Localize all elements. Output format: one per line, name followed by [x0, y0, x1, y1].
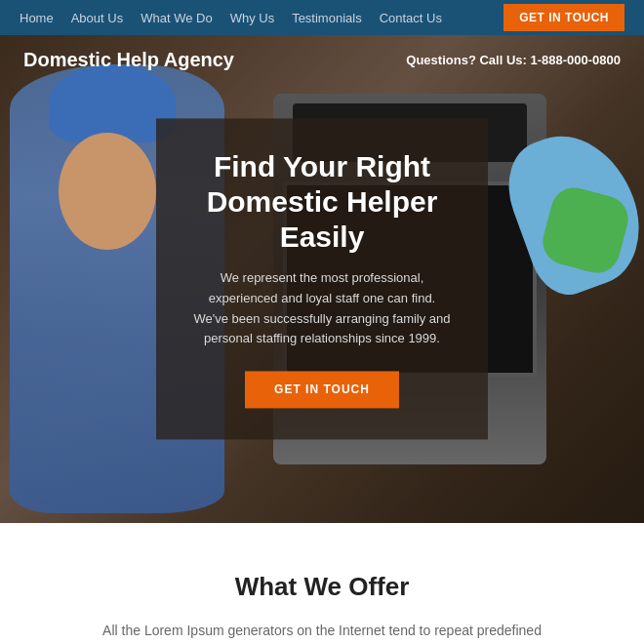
person-face-shape: [59, 133, 156, 250]
nav-about[interactable]: About Us: [71, 11, 123, 25]
offer-section: What We Offer All the Lorem Ipsum genera…: [0, 523, 644, 644]
question-text: Questions? Call Us:: [406, 53, 527, 67]
hero-title: Find Your Right Domestic Helper Easily: [191, 149, 453, 255]
offer-text: All the Lorem Ipsum generators on the In…: [88, 620, 556, 644]
nav-testimonials[interactable]: Testimonials: [292, 11, 362, 25]
hero-card: Find Your Right Domestic Helper Easily W…: [156, 118, 488, 439]
hero-subtitle: We represent the most professional, expe…: [191, 268, 453, 349]
hero-section: Domestic Help Agency Questions? Call Us:…: [0, 35, 644, 523]
nav-home[interactable]: Home: [20, 11, 54, 25]
hero-cta-button[interactable]: GET IN TOUCH: [245, 372, 399, 409]
nav-why-us[interactable]: Why Us: [230, 11, 275, 25]
header-contact: Questions? Call Us: 1-888-000-0800: [406, 53, 621, 67]
nav-cta-button[interactable]: GET IN TOUCH: [503, 4, 624, 31]
nav-links: Home About Us What We Do Why Us Testimon…: [20, 11, 442, 25]
nav-contact[interactable]: Contact Us: [380, 11, 442, 25]
offer-title: What We Offer: [59, 572, 585, 602]
nav-what-we-do[interactable]: What We Do: [141, 11, 212, 25]
phone-number[interactable]: 1-888-000-0800: [530, 53, 621, 67]
hero-header: Domestic Help Agency Questions? Call Us:…: [0, 35, 644, 85]
navbar: Home About Us What We Do Why Us Testimon…: [0, 0, 644, 35]
brand-name: Domestic Help Agency: [23, 49, 234, 71]
